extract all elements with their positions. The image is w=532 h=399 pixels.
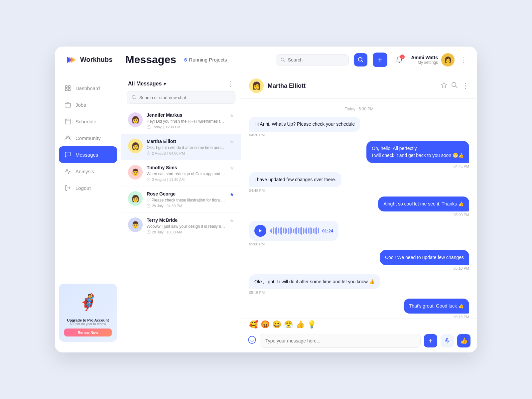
chat-item-info: Martha Elliott Okk, I got it i will do i… (147, 139, 225, 155)
chat-item-time: 2 August | 11:30 AM (147, 178, 225, 182)
emoji-picker-button[interactable] (248, 335, 256, 346)
waveform-bar (296, 227, 297, 234)
waveform-bar (275, 228, 276, 234)
waveform-bar (281, 227, 282, 235)
svg-rect-9 (66, 89, 67, 91)
svg-point-17 (68, 136, 70, 137)
waveform-bar (271, 228, 272, 233)
chat-item-preview: Wooww!! just saw your design it is reall… (147, 224, 225, 229)
emoji-reaction-button[interactable]: 💡 (307, 320, 316, 329)
community-icon (64, 134, 71, 142)
chat-list-item[interactable]: 👩 Martha Elliott Okk, I got it i will do… (121, 134, 241, 160)
message-row: I have updated few changes over there. 0… (249, 172, 469, 193)
svg-marker-26 (441, 82, 447, 87)
mic-button[interactable] (441, 334, 454, 347)
chat-header: 👩 Martha Elliott ⋮ (241, 73, 477, 99)
star-icon (441, 82, 447, 88)
waveform-bar (295, 228, 296, 234)
sidebar-item-analysis[interactable]: Analysis (55, 163, 121, 180)
date-divider: Today | 5:30 PM (249, 107, 469, 111)
message-input[interactable] (260, 334, 421, 348)
page-title: Messages (125, 54, 176, 66)
search-button[interactable] (354, 53, 367, 66)
schedule-icon (64, 118, 71, 125)
chat-search-button[interactable] (451, 82, 458, 90)
dashboard-icon (64, 84, 71, 92)
message-time: 05:18 PM (454, 315, 469, 319)
chat-list-more-button[interactable]: ⋮ (227, 80, 234, 88)
promo-subtitle: $99 for on year to renew (64, 322, 112, 326)
emoji-reaction-button[interactable]: 😡 (261, 320, 270, 329)
emoji-reaction-button[interactable]: 🥰 (249, 320, 258, 329)
message-time: 05:10 PM (454, 266, 469, 270)
svg-rect-12 (66, 119, 70, 124)
messages-icon (64, 151, 71, 158)
chat-list-item[interactable]: 👩 Rose George Hi Please check these illu… (121, 187, 241, 213)
message-time: 05:08 PM (249, 242, 265, 246)
chat-star-icon[interactable]: ★ (229, 165, 234, 171)
user-info: Ammi Watts My settings (411, 55, 438, 65)
chat-list-item[interactable]: 👨 Terry McBride Wooww!! just saw your de… (121, 213, 241, 239)
chat-list-item[interactable]: 👩 Jennifer Markus Hey! Did you finish th… (121, 108, 241, 134)
waveform-bar (311, 228, 312, 234)
clock-icon (147, 178, 151, 182)
promo-card: 🦸 Upgrade to Pro Account $99 for on year… (59, 284, 117, 342)
emoji-reaction-button[interactable]: 😄 (272, 320, 281, 329)
top-search-input[interactable] (288, 57, 344, 63)
chat-star-icon[interactable]: ★ (229, 139, 234, 145)
all-messages-button[interactable]: All Messages ▾ (128, 81, 166, 87)
jobs-label: Jobs (75, 102, 86, 108)
chat-list-panel: All Messages ▾ ⋮ 👩 Jennifer Markus Hey! … (121, 73, 241, 352)
sidebar-item-jobs[interactable]: Jobs (55, 96, 121, 113)
emoji-reaction-button[interactable]: 👍 (296, 320, 305, 329)
attach-button[interactable] (424, 334, 437, 347)
community-label: Community (75, 135, 101, 141)
chat-search-input[interactable] (139, 95, 230, 100)
waveform-bar (306, 227, 307, 234)
input-area: 👍 (241, 329, 477, 352)
chat-item-preview: Hi Please check these illustration for f… (147, 198, 225, 202)
sidebar-item-dashboard[interactable]: Dashboard (55, 80, 121, 96)
chat-item-time: 29 July | 04:30 PM (147, 204, 225, 208)
chat-star-icon[interactable]: ★ (229, 217, 234, 224)
chevron-down-icon: ▾ (164, 81, 166, 86)
dashboard-label: Dashboard (75, 85, 100, 91)
promo-renew-button[interactable]: Renew Now (64, 329, 112, 336)
top-bar: Workhubs Messages 6 Running Projects + (55, 47, 477, 73)
chat-contact-avatar: 👩 (249, 78, 264, 93)
sidebar-item-community[interactable]: Community (55, 130, 121, 146)
logo-area: Workhubs (66, 54, 125, 66)
waveform-bar (318, 228, 319, 233)
chat-item-name: Rose George (147, 191, 225, 197)
emoji-reactions: 🥰😡😄😤👍💡 (241, 319, 477, 329)
logo-icon (66, 54, 77, 66)
user-more-button[interactable]: ⋮ (460, 56, 466, 64)
send-icon: 👍 (460, 337, 467, 344)
sidebar-item-logout[interactable]: Logout (55, 180, 121, 196)
plus-icon (428, 338, 434, 344)
waveform-bar (301, 227, 302, 235)
chat-list-item[interactable]: 👨 Timothy Sims When can start redesign o… (121, 160, 241, 187)
waveform-bar (303, 228, 304, 234)
chat-star-button[interactable] (441, 82, 447, 90)
chat-header-actions: ⋮ (441, 81, 469, 90)
analysis-label: Analysis (75, 169, 94, 174)
chat-star-icon[interactable]: ★ (229, 112, 234, 119)
sidebar-item-schedule[interactable]: Schedule (55, 113, 121, 130)
notifications-button[interactable]: 1 (393, 53, 406, 66)
waveform-bar (270, 229, 271, 232)
chat-more-button[interactable]: ⋮ (462, 81, 469, 90)
message-row: That's great, Good luck 👍 05:18 PM (249, 299, 469, 319)
waveform-bar (285, 227, 286, 234)
sidebar-item-messages[interactable]: Messages (59, 146, 117, 163)
emoji-reaction-button[interactable]: 😤 (284, 320, 293, 329)
add-button[interactable]: + (373, 53, 387, 67)
audio-play-button[interactable] (254, 225, 266, 237)
audio-bubble: 01:24 (249, 221, 338, 241)
chat-star-icon[interactable]: ★ (229, 191, 234, 198)
sidebar: Dashboard Jobs (55, 73, 121, 352)
send-button[interactable]: 👍 (457, 334, 470, 347)
user-avatar[interactable]: 👩 (441, 53, 455, 66)
smiley-icon (248, 335, 256, 344)
waveform-bar (283, 228, 284, 233)
